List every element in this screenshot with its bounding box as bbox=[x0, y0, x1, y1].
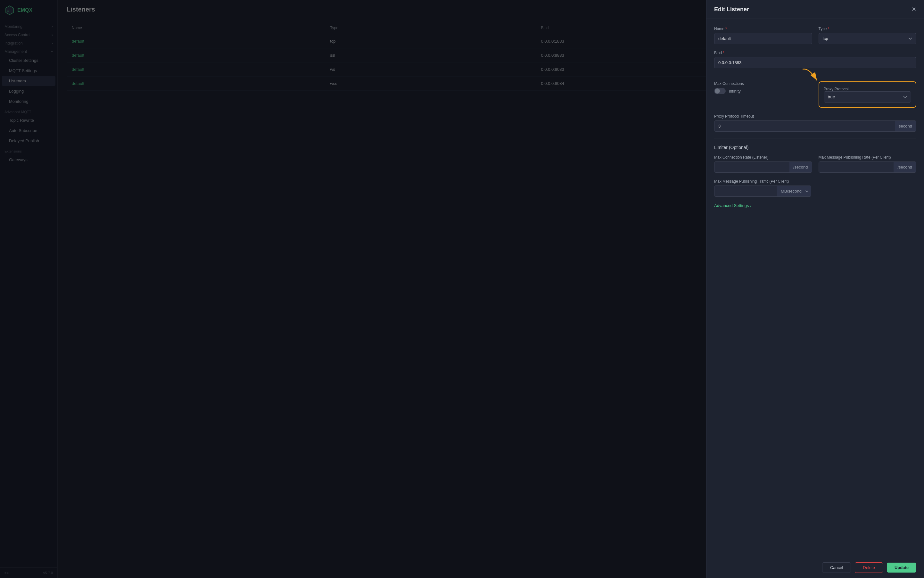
proxy-timeout-unit: second bbox=[895, 120, 916, 132]
max-conn-proxy-row: Max Connections infinity bbox=[714, 81, 916, 108]
max-conn-rate-unit: /second bbox=[789, 161, 812, 173]
proxy-protocol-select[interactable]: true false bbox=[824, 91, 911, 102]
name-label: Name * bbox=[714, 27, 812, 31]
bind-label: Bind * bbox=[714, 50, 916, 55]
panel-body: Name * Type * tcp ssl ws wss bbox=[706, 19, 924, 557]
name-input[interactable] bbox=[714, 33, 812, 44]
proxy-protocol-label: Proxy Protocol bbox=[824, 87, 849, 91]
divider-2 bbox=[714, 138, 916, 138]
type-required: * bbox=[828, 27, 830, 31]
name-type-row: Name * Type * tcp ssl ws wss bbox=[714, 27, 916, 44]
advanced-settings-link[interactable]: Advanced Settings › bbox=[714, 203, 916, 208]
type-group: Type * tcp ssl ws wss bbox=[818, 27, 917, 44]
name-group: Name * bbox=[714, 27, 812, 44]
max-msg-traffic-group: Max Message Publishing Traffic (Per Clie… bbox=[714, 179, 811, 197]
max-msg-pub-rate-unit: /second bbox=[893, 161, 916, 173]
proxy-protocol-group: Proxy Protocol true false bbox=[818, 81, 917, 108]
infinity-toggle[interactable] bbox=[714, 88, 726, 94]
max-msg-pub-rate-input-row: /second bbox=[818, 161, 917, 173]
bind-required: * bbox=[723, 50, 724, 55]
proxy-timeout-group: Proxy Protocol Timeout second bbox=[714, 114, 916, 132]
cancel-button[interactable]: Cancel bbox=[822, 562, 851, 573]
bind-row: Bind * bbox=[714, 50, 916, 68]
limiter-row-2: Max Message Publishing Traffic (Per Clie… bbox=[714, 179, 916, 197]
limiter-row-1: Max Connection Rate (Listener) /second M… bbox=[714, 155, 916, 173]
max-conn-rate-input-row: /second bbox=[714, 161, 812, 173]
name-required: * bbox=[725, 27, 727, 31]
type-label: Type * bbox=[818, 27, 917, 31]
max-connections-label: Max Connections bbox=[714, 81, 812, 86]
proxy-timeout-input-row: second bbox=[714, 120, 916, 132]
delete-button[interactable]: Delete bbox=[855, 562, 883, 573]
max-conn-rate-label: Max Connection Rate (Listener) bbox=[714, 155, 812, 159]
close-button[interactable]: ✕ bbox=[911, 6, 916, 13]
panel-header: Edit Listener ✕ bbox=[706, 0, 924, 19]
max-msg-pub-rate-label: Max Message Publishing Rate (Per Client) bbox=[818, 155, 917, 159]
max-conn-rate-group: Max Connection Rate (Listener) /second bbox=[714, 155, 812, 173]
max-msg-traffic-input[interactable] bbox=[714, 185, 777, 197]
edit-listener-panel: Edit Listener ✕ Name * Type * tcp ssl bbox=[706, 0, 924, 578]
infinity-toggle-row: infinity bbox=[714, 88, 812, 94]
panel-footer: Cancel Delete Update bbox=[706, 557, 924, 578]
chevron-right-icon: › bbox=[750, 203, 751, 208]
max-msg-traffic-unit-select[interactable]: MB/second KB/second B/second bbox=[777, 185, 811, 197]
max-msg-pub-rate-input[interactable] bbox=[818, 161, 894, 173]
infinity-label: infinity bbox=[729, 89, 741, 94]
limiter-section-title: Limiter (Optional) bbox=[714, 145, 916, 150]
proxy-timeout-input[interactable] bbox=[714, 120, 895, 132]
max-msg-pub-rate-group: Max Message Publishing Rate (Per Client)… bbox=[818, 155, 917, 173]
max-msg-traffic-label: Max Message Publishing Traffic (Per Clie… bbox=[714, 179, 811, 183]
max-msg-traffic-input-row: MB/second KB/second B/second bbox=[714, 185, 811, 197]
panel-title: Edit Listener bbox=[714, 6, 749, 13]
max-conn-rate-input[interactable] bbox=[714, 161, 789, 173]
type-select[interactable]: tcp ssl ws wss bbox=[818, 33, 917, 44]
toggle-thumb bbox=[715, 88, 720, 94]
proxy-timeout-row: Proxy Protocol Timeout second bbox=[714, 114, 916, 132]
update-button[interactable]: Update bbox=[887, 563, 916, 573]
proxy-protocol-box: Proxy Protocol true false bbox=[818, 81, 917, 108]
max-connections-group: Max Connections infinity bbox=[714, 81, 812, 94]
proxy-timeout-label: Proxy Protocol Timeout bbox=[714, 114, 916, 119]
bind-group: Bind * bbox=[714, 50, 916, 68]
